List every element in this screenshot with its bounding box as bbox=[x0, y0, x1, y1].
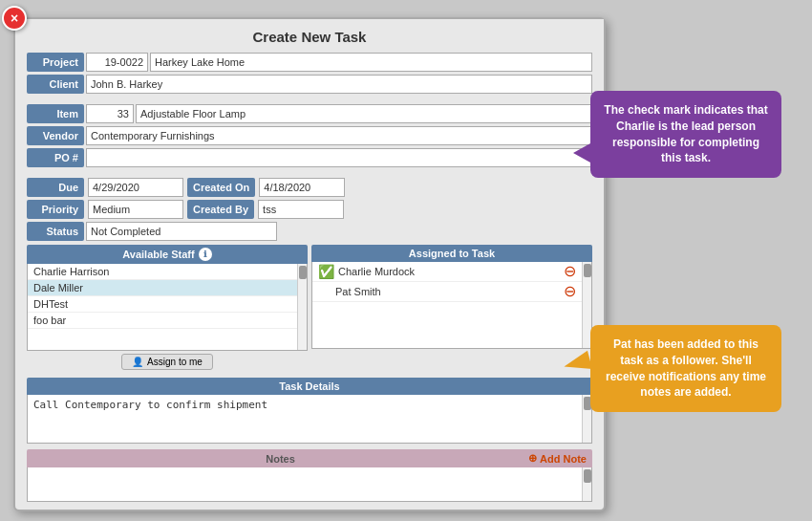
notes-header: Notes ⊕ Add Note bbox=[27, 449, 592, 467]
dialog-title: Create New Task bbox=[15, 19, 604, 53]
add-icon: ⊕ bbox=[528, 452, 537, 465]
item-name-input[interactable] bbox=[136, 104, 592, 123]
priority-label: Priority bbox=[27, 200, 84, 219]
available-staff-header: Available Staff ℹ bbox=[27, 245, 308, 264]
list-item[interactable]: Pat Smith ⊖ bbox=[312, 282, 582, 302]
item-label: Item bbox=[27, 104, 84, 123]
priority-input[interactable] bbox=[88, 200, 183, 219]
vendor-row: Vendor bbox=[27, 126, 592, 145]
due-input[interactable] bbox=[88, 178, 183, 197]
project-number-input[interactable] bbox=[86, 53, 148, 72]
close-button[interactable]: × bbox=[2, 6, 27, 31]
created-on-input[interactable] bbox=[259, 178, 345, 197]
client-row: Client bbox=[27, 75, 592, 94]
assigned-staff-list: ✅ Charlie Murdock ⊖ Pat Smith ⊖ bbox=[312, 262, 582, 348]
person-icon: 👤 bbox=[132, 357, 143, 367]
assigned-staff-header: Assigned to Task bbox=[311, 245, 592, 262]
project-name-input[interactable] bbox=[150, 53, 592, 72]
available-staff-panel: Available Staff ℹ Charlie Harrison Dale … bbox=[27, 245, 308, 372]
item-number-input[interactable] bbox=[86, 104, 134, 123]
purple-callout: The check mark indicates that Charlie is… bbox=[590, 91, 781, 178]
vendor-name-input[interactable] bbox=[86, 126, 592, 145]
available-staff-list: Charlie Harrison Dale Miller DHTest foo … bbox=[28, 264, 297, 350]
assign-to-me-button[interactable]: 👤 Assign to me bbox=[121, 354, 213, 370]
item-row: Item bbox=[27, 104, 592, 123]
task-details-header: Task Details bbox=[27, 378, 592, 395]
due-label: Due bbox=[27, 178, 84, 197]
orange-callout: Pat has been added to this task as a fol… bbox=[590, 325, 781, 412]
remove-button[interactable]: ⊖ bbox=[564, 264, 576, 279]
status-row: Status bbox=[27, 222, 592, 241]
task-details-section: Task Details Call Contemporary to confir… bbox=[15, 378, 604, 444]
assign-btn-row: 👤 Assign to me bbox=[27, 354, 308, 370]
list-item[interactable]: DHTest bbox=[28, 296, 297, 313]
list-item[interactable]: foo bar bbox=[28, 313, 297, 329]
add-note-button[interactable]: ⊕ Add Note bbox=[528, 452, 587, 465]
vendor-label: Vendor bbox=[27, 126, 84, 145]
client-name-input[interactable] bbox=[86, 75, 592, 94]
task-details-textarea[interactable]: Call Contemporary to confirm shipment bbox=[28, 395, 582, 443]
po-row: PO # bbox=[27, 148, 592, 167]
status-input[interactable] bbox=[86, 222, 277, 241]
created-by-label: Created By bbox=[187, 200, 254, 219]
staff-section: Available Staff ℹ Charlie Harrison Dale … bbox=[15, 245, 604, 372]
info-icon[interactable]: ℹ bbox=[199, 248, 212, 261]
dialog-container: × Create New Task Project Client Item Ve… bbox=[13, 17, 606, 511]
notes-area bbox=[28, 467, 582, 501]
lead-check-icon: ✅ bbox=[318, 264, 334, 279]
client-label: Client bbox=[27, 75, 84, 94]
remove-button[interactable]: ⊖ bbox=[564, 284, 576, 299]
created-on-label: Created On bbox=[187, 178, 255, 197]
created-by-input[interactable] bbox=[258, 200, 344, 219]
list-item[interactable]: ✅ Charlie Murdock ⊖ bbox=[312, 262, 582, 282]
status-label: Status bbox=[27, 222, 84, 241]
po-input[interactable] bbox=[86, 148, 592, 167]
list-item[interactable]: Charlie Harrison bbox=[28, 264, 297, 280]
po-label: PO # bbox=[27, 148, 84, 167]
assigned-staff-panel: Assigned to Task ✅ Charlie Murdock ⊖ Pat… bbox=[311, 245, 592, 372]
notes-section: Notes ⊕ Add Note bbox=[15, 449, 604, 502]
project-label: Project bbox=[27, 53, 84, 72]
list-item[interactable]: Dale Miller bbox=[28, 280, 297, 296]
project-row: Project bbox=[27, 53, 592, 72]
